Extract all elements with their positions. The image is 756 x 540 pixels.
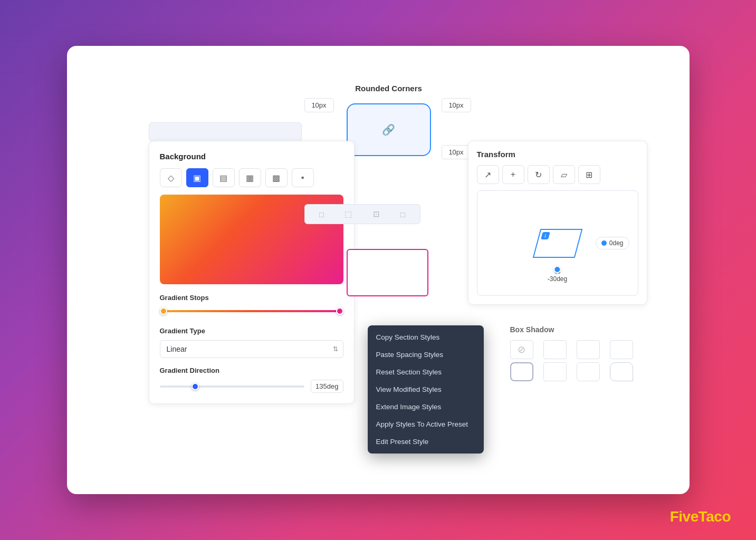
snippet-icon-4: □ <box>400 210 405 219</box>
gradient-direction-row: Gradient Direction 135deg <box>160 367 343 393</box>
bs-preset-7[interactable] <box>610 362 633 381</box>
snippet-icons-row: □ ⬚ ⊡ □ <box>304 204 420 224</box>
gradient-stops-label: Gradient Stops <box>160 294 343 302</box>
gradient-type-row: Gradient Type Linear Radial Conic <box>160 327 343 358</box>
bs-none[interactable]: ⊘ <box>510 340 533 359</box>
gradient-direction-thumb[interactable] <box>192 383 199 390</box>
background-type-icons: ◇ ▣ ▤ ▦ ▩ ▪ <box>160 168 343 187</box>
context-menu-item-2[interactable]: Reset Section Styles <box>368 363 484 381</box>
stop-dot-left[interactable] <box>160 307 167 315</box>
rounded-rect-preview[interactable]: 🔗 <box>347 103 431 156</box>
transform-icon-scale[interactable]: ⊞ <box>578 165 600 184</box>
skew-shape-handle: 1 <box>541 232 550 239</box>
gradient-track <box>160 310 343 312</box>
brand-part1: Five <box>670 508 698 525</box>
brand-part2: Taco <box>698 508 731 525</box>
bs-preset-2[interactable] <box>577 340 600 359</box>
bg-icon-image[interactable]: ▤ <box>213 168 235 187</box>
gradient-direction-value: 135deg <box>311 380 343 393</box>
main-card: Rounded Corners 🔗 Background ◇ ▣ ▤ ▦ <box>67 46 690 494</box>
transform-icon-move[interactable]: + <box>502 165 524 184</box>
snippet-icon-1: □ <box>319 210 324 219</box>
box-shadow-grid: ⊘ <box>510 340 674 381</box>
link-icon: 🔗 <box>382 123 395 136</box>
snippet-icon-3: ⊡ <box>373 209 380 219</box>
background-title: Background <box>160 152 343 161</box>
stop-dot-right[interactable] <box>336 307 343 315</box>
gradient-type-select[interactable]: Linear Radial Conic <box>160 340 343 358</box>
transform-title: Transform <box>477 150 638 159</box>
gradient-type-select-wrapper: Linear Radial Conic <box>160 340 343 358</box>
bg-icon-other[interactable]: ▪ <box>292 168 314 187</box>
skew-shape: 1 <box>532 229 582 258</box>
context-menu-item-6[interactable]: Edit Preset Style <box>368 433 484 450</box>
bs-preset-5[interactable] <box>543 362 567 381</box>
pink-rect-preview <box>347 249 428 296</box>
transform-icon-shear[interactable]: ▱ <box>553 165 575 184</box>
context-menu-item-1[interactable]: Paste Spacing Styles <box>368 346 484 363</box>
corner-bottom-right[interactable] <box>442 145 471 159</box>
box-shadow-title: Box Shadow <box>510 325 674 334</box>
context-menu-item-5[interactable]: Apply Styles To Active Preset <box>368 416 484 433</box>
context-menu-item-4[interactable]: Extend Image Styles <box>368 398 484 416</box>
bg-icon-video[interactable]: ▦ <box>239 168 261 187</box>
bg-icon-pattern[interactable]: ▩ <box>265 168 288 187</box>
gradient-direction-slider-row: 135deg <box>160 380 343 393</box>
context-menu-item-0[interactable]: Copy Section Styles <box>368 329 484 346</box>
box-shadow-panel: Box Shadow ⊘ <box>510 325 674 381</box>
corner-top-left[interactable] <box>304 98 334 112</box>
transform-icon-rotate[interactable]: ↻ <box>528 165 550 184</box>
skew-shape-wrapper: 1 ⇔ <box>537 229 579 258</box>
bs-preset-3[interactable] <box>610 340 633 359</box>
top-bar-snippet <box>149 122 302 141</box>
bs-spacer <box>643 340 666 359</box>
deg-value: 0deg <box>609 239 624 247</box>
deg-bubble: 0deg <box>596 237 629 249</box>
context-menu-item-3[interactable]: View Modified Styles <box>368 381 484 398</box>
snippet-icon-2: ⬚ <box>344 209 352 219</box>
gradient-direction-slider[interactable] <box>160 385 305 388</box>
gradient-type-label: Gradient Type <box>160 327 343 335</box>
bg-icon-none[interactable]: ◇ <box>160 168 182 187</box>
corner-top-right[interactable] <box>442 98 471 112</box>
transform-icons-row: ↗ + ↻ ▱ ⊞ <box>477 165 638 184</box>
transform-panel: Transform ↗ + ↻ ▱ ⊞ 1 ⇔ 0deg -30deg <box>468 141 647 305</box>
brand: FiveTaco <box>670 508 731 525</box>
gradient-stops-slider[interactable] <box>160 307 343 315</box>
bs-preset-4[interactable] <box>510 362 533 381</box>
bottom-blue-dot[interactable] <box>554 266 561 273</box>
bs-preset-6[interactable] <box>577 362 600 381</box>
bottom-deg-label: -30deg <box>548 275 567 283</box>
deg-dot <box>601 240 607 246</box>
transform-canvas: 1 ⇔ 0deg -30deg <box>477 190 638 296</box>
bs-preset-1[interactable] <box>543 340 567 359</box>
background-panel: Background ◇ ▣ ▤ ▦ ▩ ▪ Gradient Stops Gr… <box>149 141 355 404</box>
gradient-direction-label: Gradient Direction <box>160 367 343 374</box>
bg-icon-gradient[interactable]: ▣ <box>186 168 208 187</box>
context-menu: Copy Section Styles Paste Spacing Styles… <box>368 325 484 454</box>
rounded-corners-title: Rounded Corners <box>304 84 473 93</box>
bottom-slider-area: -30deg <box>548 266 567 283</box>
transform-icon-skew[interactable]: ↗ <box>477 165 499 184</box>
